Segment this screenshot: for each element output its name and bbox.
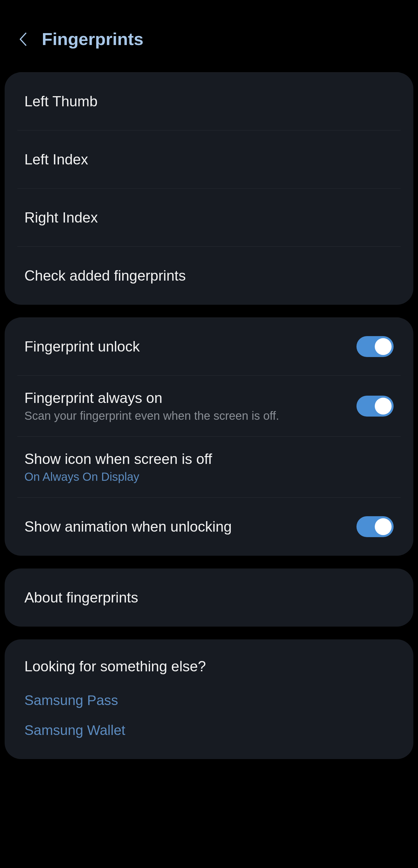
back-icon[interactable] [16, 32, 30, 46]
about-fingerprints-row[interactable]: About fingerprints [18, 568, 400, 627]
fingerprint-always-on-subtitle: Scan your fingerprint even when the scre… [24, 409, 279, 423]
fingerprint-settings-card: Fingerprint unlock Fingerprint always on… [5, 317, 413, 556]
show-icon-screen-off-label: Show icon when screen is off [24, 451, 212, 467]
fingerprint-item-right-index[interactable]: Right Index [18, 189, 400, 247]
samsung-pass-label: Samsung Pass [24, 692, 118, 708]
fingerprint-item-left-index[interactable]: Left Index [18, 130, 400, 189]
page-header: Fingerprints [5, 0, 413, 72]
fingerprint-always-on-label: Fingerprint always on [24, 390, 279, 406]
check-added-fingerprints-label: Check added fingerprints [24, 267, 186, 284]
related-header: Looking for something else? [18, 640, 400, 685]
check-added-fingerprints[interactable]: Check added fingerprints [18, 247, 400, 305]
fingerprint-unlock-toggle[interactable] [356, 336, 394, 357]
show-animation-unlocking-row[interactable]: Show animation when unlocking [18, 498, 400, 556]
samsung-wallet-link[interactable]: Samsung Wallet [18, 715, 400, 745]
fingerprint-unlock-row[interactable]: Fingerprint unlock [18, 317, 400, 376]
fingerprint-item-left-thumb[interactable]: Left Thumb [18, 72, 400, 130]
page-title: Fingerprints [42, 29, 143, 49]
show-icon-screen-off-row[interactable]: Show icon when screen is off On Always O… [18, 437, 400, 498]
fingerprint-item-label: Right Index [24, 209, 98, 226]
fingerprint-unlock-label: Fingerprint unlock [24, 338, 140, 355]
show-animation-unlocking-toggle[interactable] [356, 516, 394, 537]
fingerprint-item-label: Left Thumb [24, 93, 98, 110]
samsung-wallet-label: Samsung Wallet [24, 722, 125, 738]
show-animation-unlocking-label: Show animation when unlocking [24, 518, 232, 535]
fingerprint-always-on-toggle[interactable] [356, 396, 394, 416]
fingerprints-list-card: Left Thumb Left Index Right Index Check … [5, 72, 413, 305]
samsung-pass-link[interactable]: Samsung Pass [18, 685, 400, 715]
about-card: About fingerprints [5, 568, 413, 627]
fingerprint-always-on-row[interactable]: Fingerprint always on Scan your fingerpr… [18, 376, 400, 437]
show-icon-screen-off-subtitle: On Always On Display [24, 470, 212, 484]
related-card: Looking for something else? Samsung Pass… [5, 640, 413, 759]
about-fingerprints-label: About fingerprints [24, 589, 138, 606]
fingerprint-item-label: Left Index [24, 151, 88, 168]
